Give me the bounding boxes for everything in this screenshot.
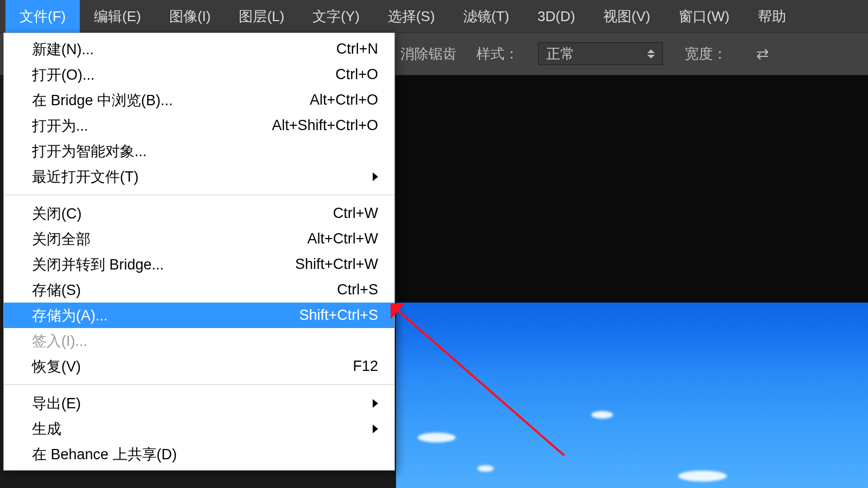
submenu-arrow-icon [373, 425, 378, 433]
menu-layer[interactable]: 图层(L) [225, 0, 298, 34]
menu-separator [4, 384, 394, 385]
menu-filter[interactable]: 滤镜(T) [449, 0, 524, 34]
cloud [591, 411, 613, 419]
menuitem-recent[interactable]: 最近打开文件(T) [4, 164, 394, 189]
menuitem-export[interactable]: 导出(E) [4, 390, 394, 416]
width-label: 宽度： [685, 44, 727, 63]
cloud [418, 433, 456, 442]
cloud [477, 465, 494, 472]
menuitem-close[interactable]: 关闭(C)Ctrl+W [4, 201, 394, 226]
menuitem-generate[interactable]: 生成 [4, 416, 394, 441]
menubar: 文件(F) 编辑(E) 图像(I) 图层(L) 文字(Y) 选择(S) 滤镜(T… [0, 0, 868, 33]
menu-edit[interactable]: 编辑(E) [80, 0, 155, 34]
menuitem-new[interactable]: 新建(N)...Ctrl+N [4, 36, 394, 62]
menuitem-close-bridge[interactable]: 关闭并转到 Bridge...Shift+Ctrl+W [4, 252, 394, 277]
app-root: 消除锯齿 样式： 正常 宽度： ⇄ 文件(F) 编辑(E) 图像(I) 图层(L… [0, 0, 868, 488]
menu-file[interactable]: 文件(F) [5, 0, 80, 34]
antialias-label: 消除锯齿 [400, 44, 457, 63]
swap-dimensions-icon[interactable]: ⇄ [756, 45, 769, 63]
document-upper [396, 75, 868, 303]
menuitem-close-all[interactable]: 关闭全部Alt+Ctrl+W [4, 226, 394, 252]
menu-select[interactable]: 选择(S) [374, 0, 449, 34]
menuitem-save-as[interactable]: 存储为(A)...Shift+Ctrl+S [4, 303, 394, 328]
menuitem-open-smart[interactable]: 打开为智能对象... [4, 138, 394, 164]
menu-help[interactable]: 帮助 [744, 0, 800, 34]
submenu-arrow-icon [373, 172, 378, 181]
style-label: 样式： [476, 44, 519, 63]
file-menu-dropdown: 新建(N)...Ctrl+N 打开(O)...Ctrl+O 在 Bridge 中… [3, 33, 395, 471]
menu-3d[interactable]: 3D(D) [524, 1, 589, 33]
cloud [678, 471, 727, 481]
menuitem-save[interactable]: 存储(S)Ctrl+S [4, 277, 394, 303]
document-sky[interactable] [396, 303, 868, 488]
menuitem-open-as[interactable]: 打开为...Alt+Shift+Ctrl+O [4, 113, 394, 138]
style-value: 正常 [546, 44, 575, 63]
menuitem-open[interactable]: 打开(O)...Ctrl+O [4, 62, 394, 87]
menuitem-browse-bridge[interactable]: 在 Bridge 中浏览(B)...Alt+Ctrl+O [4, 87, 394, 113]
select-arrows-icon [647, 49, 655, 59]
menu-separator [4, 195, 394, 195]
menuitem-revert[interactable]: 恢复(V)F12 [4, 354, 394, 379]
menu-window[interactable]: 窗口(W) [665, 0, 744, 34]
menuitem-share-behance[interactable]: 在 Behance 上共享(D) [4, 441, 394, 467]
menu-type[interactable]: 文字(Y) [298, 0, 374, 34]
menu-image[interactable]: 图像(I) [155, 0, 225, 34]
submenu-arrow-icon [373, 399, 378, 408]
menu-view[interactable]: 视图(V) [589, 0, 665, 34]
menuitem-checkin: 签入(I)... [4, 328, 394, 354]
style-select[interactable]: 正常 [538, 42, 663, 65]
